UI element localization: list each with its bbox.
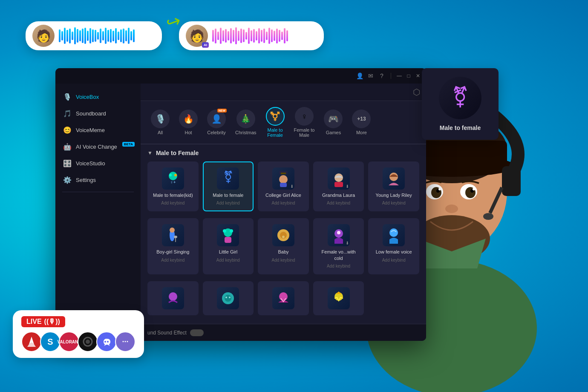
voice-card-keybind: Add keybind	[216, 258, 240, 262]
gender-svg: ⚧	[219, 170, 236, 187]
voice-card-low-female[interactable]: Low female voice Add keybind	[368, 218, 419, 274]
voice-card-boy-girl-singing[interactable]: Boy-girl Singing Add keybind	[147, 218, 199, 274]
help-icon[interactable]: ?	[378, 72, 386, 80]
live-text: LIVE	[26, 318, 42, 326]
tab-maletofemale[interactable]: ⚧️ Male toFemale	[262, 105, 288, 139]
wave-bar	[112, 31, 114, 41]
bottom-bar: und Sound Effect	[141, 324, 426, 341]
tab-games[interactable]: 🎮 Games	[320, 108, 346, 137]
wave-bar	[100, 29, 101, 43]
voice-card-name: Young Lady Riley	[376, 192, 412, 198]
voice-card-female-vo-cold[interactable]: ⬇ Female vo...with cold Add keybind	[313, 218, 364, 274]
voice-card-maletofemale-kid[interactable]: ♀+ Male to female(kid) Add keybind	[147, 161, 199, 211]
voice-icon	[217, 224, 239, 246]
wave-bar	[128, 28, 130, 44]
svg-point-2	[174, 174, 177, 176]
svg-point-18	[230, 229, 233, 233]
svg-point-1	[169, 174, 172, 176]
wave-bar	[258, 28, 260, 43]
wave-bar	[95, 30, 96, 42]
svg-point-31	[279, 292, 288, 301]
sidebar-item-settings[interactable]: ⚙️ Settings	[55, 172, 141, 188]
tab-icon-christmas: 🎄	[236, 110, 255, 128]
voice-icon	[272, 224, 294, 246]
toggle-switch[interactable]	[190, 329, 204, 336]
wave-bar	[281, 32, 283, 40]
wave-bar	[105, 28, 107, 44]
panel-topbar: ⬡	[141, 84, 426, 101]
sidebar-item-voicebox[interactable]: 🎙️ VoiceBox	[55, 89, 141, 105]
ai-icon: 🤖	[63, 143, 72, 151]
wave-bar	[64, 28, 66, 44]
tab-hot[interactable]: 🔥 Hot	[176, 108, 201, 137]
voice-card-grandma-laura[interactable]: ⬇ Grandma Laura Add keybind	[313, 161, 364, 211]
voice-card-maletofemale[interactable]: ⚧ Male to female Add keybind	[203, 161, 254, 211]
wave-bar	[118, 32, 119, 40]
wave-bar	[133, 29, 135, 42]
sidebar-item-soundboard[interactable]: 🎵 Soundboard	[55, 105, 141, 122]
wave-bar	[233, 30, 234, 42]
wave-bar	[97, 32, 99, 40]
tab-label-femaletomale: Female toMale	[294, 127, 315, 138]
wave-bar	[82, 29, 84, 43]
voice-card-young-lady[interactable]: Young Lady Riley Add keybind	[368, 161, 419, 211]
skype-letter: S	[47, 337, 53, 347]
tab-all[interactable]: 🎙️ All	[147, 108, 173, 137]
sidebar-label-soundboard: Soundboard	[76, 110, 106, 117]
sidebar-item-aivoicechange[interactable]: 🤖 AI Voice Change BETA	[55, 138, 141, 155]
wave-bar	[115, 28, 117, 43]
main-panel: ⬡ 🎙️ All 🔥 Hot 👤	[141, 84, 426, 341]
voice-icon: ⬇	[272, 167, 294, 190]
voice-card-baby[interactable]: Baby Add keybind	[258, 218, 309, 274]
wave-bar	[125, 30, 127, 41]
voice-grid-row2: Boy-girl Singing Add keybind L	[147, 218, 419, 274]
voice-card-college-girl[interactable]: ⬇ College Girl Alice Add keybind	[258, 161, 309, 211]
soundboard-icon: 🎵	[63, 110, 72, 118]
wave-bar	[66, 30, 68, 42]
row3-1-svg	[164, 290, 182, 307]
voice-card-keybind: Add keybind	[161, 258, 184, 262]
voice-card-row3-3[interactable]	[258, 281, 309, 315]
sidebar-label-studio: VoiceStudio	[76, 160, 105, 167]
tab-celebrity[interactable]: 👤 NEW Celebrity	[204, 108, 229, 137]
maletofemale-icon: ⚧️	[270, 111, 280, 121]
low-female-svg	[385, 227, 402, 244]
wave-bar	[235, 27, 237, 44]
sidebar-item-voicestudio[interactable]: 🎛️ VoiceStudio	[55, 155, 141, 172]
sidebar-item-voicememe[interactable]: 😊 VoiceMeme	[55, 122, 141, 138]
voice-card-row3-4[interactable]	[313, 281, 364, 315]
voice-card-row3-1[interactable]	[147, 281, 199, 315]
voice-icon: ⬇	[328, 167, 350, 190]
row3-4-svg	[330, 290, 347, 307]
wave-bar	[212, 30, 214, 42]
cube-icon: ⬡	[413, 87, 420, 97]
svg-point-57	[86, 340, 90, 344]
wave-bar	[120, 29, 122, 42]
voice-card-name: Boy-girl Singing	[156, 249, 189, 255]
svg-rect-19	[225, 237, 231, 243]
maximize-button[interactable]: □	[406, 73, 412, 79]
tab-icon-maletofemale: ⚧️	[266, 107, 285, 126]
little-girl-svg	[219, 227, 236, 244]
wave-bar	[276, 29, 278, 43]
voice-icon: ♀+	[162, 167, 184, 190]
email-icon[interactable]: ✉	[367, 72, 375, 80]
minimize-button[interactable]: —	[396, 73, 402, 79]
tab-label-games: Games	[326, 130, 341, 135]
tab-more[interactable]: +13 More	[349, 108, 374, 137]
wave-bar	[274, 31, 275, 41]
kid-svg: ♀+	[164, 170, 182, 187]
tab-femaletomale[interactable]: ♀️ Female toMale	[291, 105, 318, 139]
voice-icon: ⚧	[217, 167, 239, 190]
svg-point-59	[107, 341, 109, 343]
wave-bar	[253, 29, 255, 43]
section-arrow: ▼	[147, 150, 153, 156]
app-logo-obs	[78, 331, 98, 352]
voice-card-keybind: Add keybind	[327, 201, 350, 205]
obs-icon	[82, 336, 94, 348]
close-button[interactable]: ✕	[415, 73, 421, 79]
voice-card-little-girl[interactable]: Little Girl Add keybind	[203, 218, 254, 274]
user-icon[interactable]: 👤	[356, 72, 363, 80]
voice-card-row3-2[interactable]	[203, 281, 254, 315]
tab-christmas[interactable]: 🎄 Christmas	[232, 108, 260, 137]
